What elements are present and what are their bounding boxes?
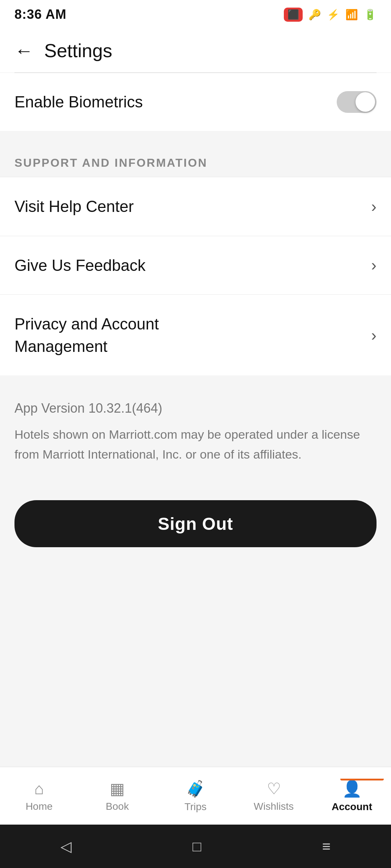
page-title: Settings: [44, 40, 112, 61]
system-nav-bar: ◁ □ ≡: [0, 825, 391, 868]
trips-icon: 🧳: [186, 779, 206, 798]
book-icon: ▦: [110, 779, 125, 798]
wishlists-label: Wishlists: [254, 801, 294, 812]
nav-item-wishlists[interactable]: ♡ Wishlists: [235, 779, 313, 812]
nav-item-home[interactable]: ⌂ Home: [0, 780, 78, 812]
privacy-chevron: ›: [371, 326, 377, 344]
sign-out-container: Sign Out: [0, 482, 391, 565]
feedback-chevron: ›: [371, 256, 377, 274]
status-bar: 8:36 AM ⬛ 🔑 ⚡ 📶 🔋: [0, 0, 391, 29]
support-section: SUPPORT AND INFORMATION Visit Help Cente…: [0, 138, 391, 375]
key-icon: 🔑: [308, 9, 321, 21]
wifi-icon: 📶: [345, 9, 358, 21]
home-label: Home: [26, 801, 53, 812]
nav-item-book[interactable]: ▦ Book: [78, 779, 156, 812]
battery-icon: 🔋: [364, 9, 377, 21]
nav-item-account[interactable]: 👤 Account: [313, 779, 391, 813]
status-icons: ⬛ 🔑 ⚡ 📶 🔋: [284, 8, 377, 22]
sign-out-button[interactable]: Sign Out: [14, 500, 377, 547]
biometrics-section: Enable Biometrics: [0, 73, 391, 131]
support-section-heading: SUPPORT AND INFORMATION: [0, 138, 391, 177]
active-tab-indicator: [340, 779, 384, 780]
help-center-item[interactable]: Visit Help Center ›: [0, 177, 391, 236]
help-center-label: Visit Help Center: [14, 195, 134, 218]
home-icon: ⌂: [34, 780, 44, 798]
account-icon: 👤: [342, 779, 362, 798]
wishlists-icon: ♡: [267, 779, 281, 798]
toggle-knob: [356, 92, 375, 112]
system-back-icon[interactable]: ◁: [60, 838, 72, 855]
account-label: Account: [332, 801, 372, 813]
privacy-item[interactable]: Privacy and AccountManagement ›: [0, 294, 391, 375]
biometrics-label: Enable Biometrics: [14, 93, 143, 111]
status-time: 8:36 AM: [14, 7, 67, 22]
biometrics-toggle[interactable]: [337, 91, 377, 113]
system-home-icon[interactable]: □: [193, 838, 201, 855]
feedback-label: Give Us Feedback: [14, 254, 146, 277]
app-disclaimer: Hotels shown on Marriott.com may be oper…: [14, 425, 377, 464]
settings-header: ← Settings: [0, 29, 391, 72]
book-label: Book: [106, 801, 129, 812]
back-button[interactable]: ←: [14, 41, 33, 60]
app-info-section: App Version 10.32.1(464) Hotels shown on…: [0, 383, 391, 482]
feedback-item[interactable]: Give Us Feedback ›: [0, 236, 391, 295]
system-menu-icon[interactable]: ≡: [322, 838, 331, 855]
camera-icon: ⬛: [284, 8, 303, 22]
help-center-chevron: ›: [371, 197, 377, 216]
app-version: App Version 10.32.1(464): [14, 401, 377, 416]
bottom-navigation: ⌂ Home ▦ Book 🧳 Trips ♡ Wishlists 👤 Acco…: [0, 767, 391, 825]
privacy-label: Privacy and AccountManagement: [14, 313, 159, 357]
bluetooth-icon: ⚡: [327, 9, 340, 21]
nav-item-trips[interactable]: 🧳 Trips: [156, 779, 235, 813]
trips-label: Trips: [184, 801, 206, 813]
